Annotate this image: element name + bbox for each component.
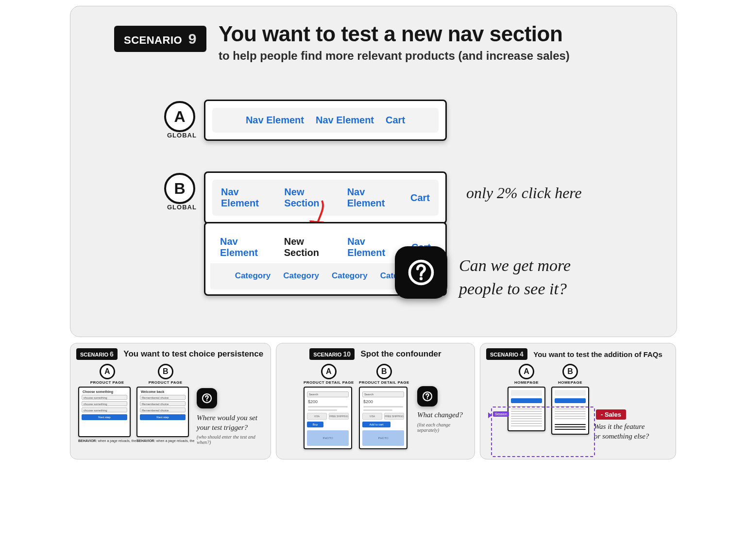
navbar-a: Nav Element Nav Element Cart xyxy=(212,108,439,133)
question-chip[interactable] xyxy=(395,246,447,299)
session-flag-icon xyxy=(488,412,492,418)
question-icon xyxy=(201,392,213,404)
mini6-a-badge: A xyxy=(100,364,115,379)
mini4-title: You want to test the addition of FAQs xyxy=(533,350,662,358)
mini10-title: Spot the confounder xyxy=(360,349,441,359)
mini-card-6: SCENARIO6 You want to test choice persis… xyxy=(70,343,271,459)
mini10-handnote-sub: (list each change separately) xyxy=(417,422,469,433)
mini10-question-chip[interactable] xyxy=(417,386,438,407)
mini4-b-badge: B xyxy=(562,364,578,379)
headline: You want to test a new nav section xyxy=(219,22,562,46)
scenario-pill: SCENARIO 9 xyxy=(114,26,206,52)
mini6-b-behave: BEHAVIOR: when a page reloads, the xyxy=(136,439,194,442)
variant-a-scope: GLOBAL xyxy=(167,132,197,139)
mini4-a-cta xyxy=(511,398,542,403)
nav-item[interactable]: Nav Element xyxy=(246,115,304,126)
variant-b-scope: GLOBAL xyxy=(167,204,197,211)
mini4-pill: SCENARIO4 xyxy=(486,348,527,360)
variant-b-badge: B xyxy=(164,173,195,204)
mini6-handnote: Where would you set your test trigger? xyxy=(197,413,265,432)
mini10-b-cap: PRODUCT DETAIL PAGE xyxy=(359,380,409,385)
session-label: Session xyxy=(493,411,509,417)
mini10-handnote: What changed? xyxy=(417,410,469,420)
category-link[interactable]: Category xyxy=(283,271,319,281)
mini4-b-cap: HOMEPAGE xyxy=(551,380,589,385)
nav-item[interactable]: Nav Element xyxy=(347,236,403,258)
mini6-a-cap: PRODUCT PAGE xyxy=(78,380,136,385)
mini10-a-cap: PRODUCT DETAIL PAGE xyxy=(304,380,354,385)
svg-point-3 xyxy=(206,400,207,401)
nav-item[interactable]: Nav Element xyxy=(347,187,402,209)
handnote-question: Can we get more people to see it? xyxy=(459,254,571,300)
nav-item-new-open[interactable]: New Section xyxy=(284,236,339,258)
mini-card-4: SCENARIO4 You want to test the addition … xyxy=(480,343,676,459)
variant-a-badge: A xyxy=(164,101,195,132)
mini10-b-mock: Search $200 VISAFREE SHIPPING Add to car… xyxy=(359,387,407,449)
mini6-b-cap: PRODUCT PAGE xyxy=(136,380,194,385)
question-icon xyxy=(422,390,433,402)
mini6-pill: SCENARIO6 xyxy=(76,348,118,360)
mini4-handnote: Was it the feature or something else? xyxy=(594,422,649,441)
nav-item[interactable]: Nav Element xyxy=(220,236,275,258)
scenario-number: 9 xyxy=(188,31,197,47)
mini4-a-badge: A xyxy=(519,364,534,379)
main-panel: SCENARIO 9 You want to test a new nav se… xyxy=(70,6,677,337)
mini6-handnote-sub: (who should enter the test and when?) xyxy=(197,434,265,445)
nav-item-cart[interactable]: Cart xyxy=(410,192,430,204)
mini10-a-badge: A xyxy=(321,364,337,379)
category-link[interactable]: Category xyxy=(235,271,271,281)
svg-point-5 xyxy=(427,398,428,399)
mini-card-10: SCENARIO10 Spot the confounder A PRODUCT… xyxy=(276,343,475,459)
mini10-a-mock: Search $200 VISAFREE SHIPPING Buy PHOTO xyxy=(304,387,352,449)
question-icon xyxy=(407,258,435,287)
mini6-b-mock: Welcome back Remembered choice Remembere… xyxy=(136,387,189,437)
nav-item[interactable]: Nav Element xyxy=(221,187,275,209)
mini6-question-chip[interactable] xyxy=(197,388,217,408)
subhead: to help people find more relevant produc… xyxy=(219,49,570,63)
mini6-a-behave: BEHAVIOR: BEHAVIOR: when a page reloads,… xyxy=(78,439,136,442)
nav-item-cart[interactable]: Cart xyxy=(386,115,405,126)
nav-item[interactable]: Nav Element xyxy=(316,115,374,126)
mini10-pill: SCENARIO10 xyxy=(309,348,355,360)
category-link[interactable]: Category xyxy=(332,271,368,281)
sales-badge: - Sales xyxy=(596,409,626,420)
mini10-b-badge: B xyxy=(376,364,392,379)
mini6-title: You want to test choice persistence xyxy=(123,349,263,359)
mini6-a-mock: Choose something choose something choose… xyxy=(78,387,131,437)
variant-a-navcard: Nav Element Nav Element Cart xyxy=(204,100,447,141)
scenario-label: SCENARIO xyxy=(124,34,182,46)
mini4-b-cta xyxy=(555,398,586,403)
mini4-a-cap: HOMEPAGE xyxy=(508,380,545,385)
handnote-clickrate: only 2% click here xyxy=(466,182,582,204)
svg-point-1 xyxy=(420,277,423,280)
mini6-b-badge: B xyxy=(158,364,173,379)
